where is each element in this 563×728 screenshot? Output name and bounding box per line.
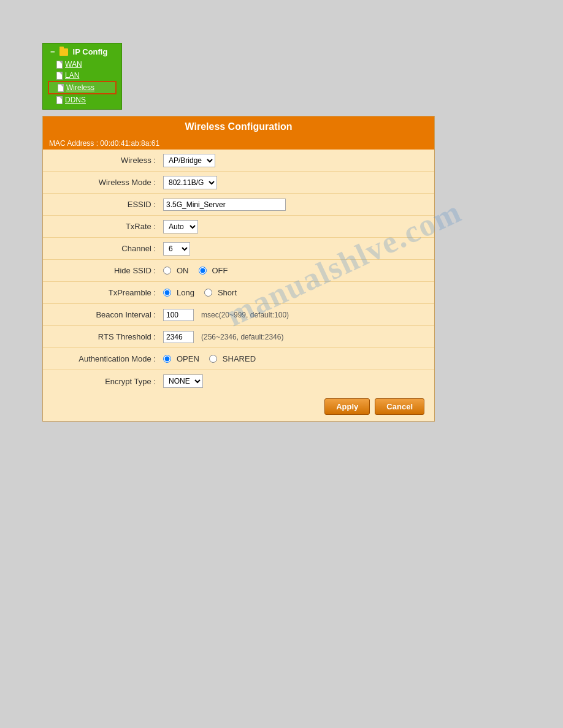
rts-label: RTS Threshold :: [53, 332, 163, 341]
beacon-row: Beacon Interval : msec(20~999, default:1…: [43, 304, 434, 326]
sidebar-item-ddns[interactable]: DDNS: [48, 94, 117, 105]
sidebar-header-label: IP Config: [73, 47, 108, 56]
essid-value: [163, 199, 424, 211]
sidebar-link-ddns[interactable]: DDNS: [65, 96, 86, 104]
sidebar-link-wan[interactable]: WAN: [65, 60, 82, 69]
auth-open-label: OPEN: [177, 354, 199, 363]
sidebar-item-lan[interactable]: LAN: [48, 70, 117, 81]
beacon-value: msec(20~999, default:100): [163, 309, 424, 321]
rts-row: RTS Threshold : (256~2346, default:2346): [43, 326, 434, 348]
sidebar-item-wireless[interactable]: Wireless: [48, 81, 117, 94]
sidebar-folder-icon: [59, 48, 68, 56]
hide-ssid-value: ON OFF: [163, 266, 424, 275]
channel-select[interactable]: 12345 6789 10111213: [163, 242, 190, 256]
encrypt-select[interactable]: NONE WEP WPA WPA2: [163, 374, 203, 388]
wireless-mode-label: Wireless Mode :: [53, 178, 163, 187]
txpreamble-long-label: Long: [177, 288, 194, 297]
wireless-select[interactable]: AP/Bridge Client WDS AP+WDS: [163, 154, 215, 167]
config-panel: Wireless Configuration MAC Address : 00:…: [42, 116, 435, 422]
beacon-label: Beacon Interval :: [53, 310, 163, 319]
txpreamble-short-label: Short: [218, 288, 237, 297]
auth-label: Authentication Mode :: [53, 354, 163, 363]
wireless-page-icon: [58, 84, 64, 92]
txrate-select[interactable]: Auto 1M 2M 5.5M 11M 54M: [163, 220, 198, 233]
beacon-input[interactable]: [163, 309, 194, 321]
auth-open-radio[interactable]: [163, 355, 171, 363]
beacon-hint: msec(20~999, default:100): [201, 311, 289, 319]
minus-icon: −: [50, 47, 55, 56]
txrate-label: TxRate :: [53, 222, 163, 231]
txrate-row: TxRate : Auto 1M 2M 5.5M 11M 54M: [43, 216, 434, 238]
encrypt-value: NONE WEP WPA WPA2: [163, 374, 424, 388]
mac-address-row: MAC Address : 00:d0:41:ab:8a:61: [43, 137, 434, 150]
sidebar: − IP Config WAN LAN Wireless DDNS: [42, 43, 122, 110]
hide-ssid-label: Hide SSID :: [53, 266, 163, 275]
apply-button[interactable]: Apply: [324, 398, 370, 415]
auth-shared-label: SHARED: [223, 354, 256, 363]
hide-ssid-on-label: ON: [177, 266, 189, 275]
wireless-value: AP/Bridge Client WDS AP+WDS: [163, 154, 424, 167]
config-body: Wireless : AP/Bridge Client WDS AP+WDS W…: [43, 150, 434, 392]
sidebar-link-wireless[interactable]: Wireless: [66, 83, 94, 92]
rts-input[interactable]: [163, 331, 194, 343]
sidebar-item-wan[interactable]: WAN: [48, 59, 117, 70]
auth-shared-radio[interactable]: [209, 355, 217, 363]
lan-page-icon: [56, 72, 63, 80]
channel-value: 12345 6789 10111213: [163, 242, 424, 256]
txpreamble-short-radio[interactable]: [204, 289, 212, 297]
rts-hint: (256~2346, default:2346): [201, 333, 283, 341]
txpreamble-long-radio[interactable]: [163, 289, 171, 297]
sidebar-header: − IP Config: [48, 47, 117, 56]
auth-row: Authentication Mode : OPEN SHARED: [43, 348, 434, 370]
rts-value: (256~2346, default:2346): [163, 331, 424, 343]
encrypt-row: Encrypt Type : NONE WEP WPA WPA2: [43, 370, 434, 392]
essid-label: ESSID :: [53, 200, 163, 209]
wan-page-icon: [56, 61, 63, 69]
wireless-mode-value: 802.11B/G 802.11B 802.11G: [163, 176, 424, 189]
cancel-button[interactable]: Cancel: [375, 398, 424, 415]
buttons-row: Apply Cancel: [43, 392, 434, 421]
wireless-label: Wireless :: [53, 156, 163, 165]
txrate-value: Auto 1M 2M 5.5M 11M 54M: [163, 220, 424, 233]
encrypt-label: Encrypt Type :: [53, 377, 163, 386]
wireless-row: Wireless : AP/Bridge Client WDS AP+WDS: [43, 150, 434, 172]
wireless-mode-select[interactable]: 802.11B/G 802.11B 802.11G: [163, 176, 217, 189]
txpreamble-row: TxPreamble : Long Short: [43, 282, 434, 304]
channel-label: Channel :: [53, 244, 163, 253]
hide-ssid-on-radio[interactable]: [163, 267, 171, 275]
hide-ssid-off-radio[interactable]: [199, 267, 207, 275]
essid-row: ESSID :: [43, 194, 434, 216]
hide-ssid-row: Hide SSID : ON OFF: [43, 260, 434, 282]
txpreamble-value: Long Short: [163, 288, 424, 297]
essid-input[interactable]: [163, 199, 286, 211]
auth-value: OPEN SHARED: [163, 354, 424, 363]
config-title: Wireless Configuration: [43, 116, 434, 137]
channel-row: Channel : 12345 6789 10111213: [43, 238, 434, 260]
txpreamble-label: TxPreamble :: [53, 288, 163, 297]
wireless-mode-row: Wireless Mode : 802.11B/G 802.11B 802.11…: [43, 172, 434, 194]
sidebar-link-lan[interactable]: LAN: [65, 71, 79, 80]
hide-ssid-off-label: OFF: [212, 266, 228, 275]
ddns-page-icon: [56, 96, 63, 104]
